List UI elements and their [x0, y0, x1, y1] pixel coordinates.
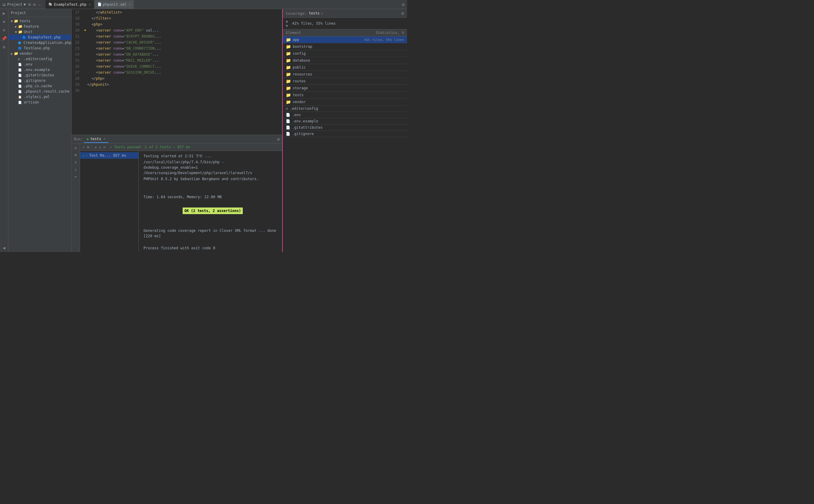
cov-row-env[interactable]: 📄 .env — [283, 112, 407, 118]
minus-icon[interactable]: — — [38, 2, 41, 7]
cov-label-vendor: vendor — [293, 100, 306, 104]
cov-stats-app: 41% files, 55% lines — [362, 38, 404, 42]
cov-row-app[interactable]: 📁 app 41% files, 55% lines — [283, 36, 407, 43]
run-check-icon: ✓ — [82, 153, 85, 158]
cov-row-storage-name: 📁 storage — [286, 86, 362, 91]
coverage-gear-icon[interactable]: ⚙ — [402, 11, 404, 16]
cov-row-editorconfig[interactable]: ⚙ .editorconfig — [283, 106, 407, 112]
ls-icon-settings[interactable]: ⚙ — [3, 45, 5, 49]
cov-row-config[interactable]: 📁 config — [283, 50, 407, 57]
cov-row-database[interactable]: 📁 database — [283, 57, 407, 64]
ls-icon-run[interactable]: ▶ — [3, 11, 5, 16]
bs-icon-4[interactable]: ↓ — [74, 167, 77, 172]
tree-item-styleci[interactable]: 📋 .styleci.yml — [8, 94, 71, 100]
tree-label-gitignore: .gitignore — [24, 78, 45, 83]
run-gear-icon[interactable]: ⚙ — [277, 137, 280, 142]
tree-item-unit[interactable]: ▼ 📁 Unit — [8, 29, 71, 35]
tree-item-phpcs[interactable]: 📄 .php_cs.cache — [8, 83, 71, 89]
coverage-table-header: Element Statistics, % — [283, 29, 407, 36]
cov-row-tests-name: 📁 tests — [286, 93, 362, 97]
tab-close-example[interactable]: ✕ — [89, 3, 91, 6]
bs-icon-2[interactable]: ⊘ — [74, 152, 77, 157]
tree-item-createsapp[interactable]: 🔷 CreatesApplication.php — [8, 40, 71, 45]
coverage-tab-close[interactable]: ✕ — [321, 12, 323, 15]
line-num-21: 21 — [72, 34, 83, 38]
coverage-nav-down[interactable]: ▼ — [286, 24, 288, 28]
toolbar-stop-icon[interactable]: ⊘ — [87, 145, 89, 149]
run-item-results[interactable]: ✓ ✓ Test Re... 857 ms — [80, 152, 138, 159]
editor-line-22: 22 <server name="CACHE_DRIVER"... — [72, 40, 282, 46]
tree-item-vendor[interactable]: ▶ 📁 vendor — [8, 51, 71, 56]
toolbar-sort-asc[interactable]: ↕ — [94, 145, 97, 149]
coverage-stats-bar: ▲ ▼ 41% files, 55% lines — [283, 18, 407, 29]
toolbar-more[interactable]: » — [103, 145, 106, 149]
tab-run-tests[interactable]: ▶ tests ✕ — [84, 136, 108, 143]
output-line-4 — [143, 182, 277, 188]
output-line-5 — [143, 188, 277, 194]
cov-row-tests[interactable]: 📁 tests — [283, 92, 407, 99]
toolbar-sort-desc[interactable]: ↓ — [99, 145, 101, 149]
cov-row-storage[interactable]: 📁 storage — [283, 85, 407, 92]
tree-item-editorconfig[interactable]: ⚙ .editorconfig — [8, 56, 71, 62]
output-line-3: PHPUnit 8.5.2 by Sebastian Bergmann and … — [143, 176, 277, 182]
cov-label-tests: tests — [293, 93, 304, 97]
cov-row-gitignore[interactable]: 📄 .gitignore — [283, 131, 407, 137]
run-item-label: Test Re... 857 ms — [89, 153, 126, 158]
tree-item-gitignore[interactable]: 📄 .gitignore — [8, 78, 71, 83]
cov-row-vendor-name: 📁 vendor — [286, 100, 362, 104]
tree-item-gitattributes[interactable]: 📄 .gitattributes — [8, 72, 71, 78]
run-label: Run: — [74, 137, 83, 141]
layout-icon[interactable]: ⊞ — [28, 2, 31, 7]
ls-icon-add[interactable]: ⊕ — [3, 19, 5, 24]
tree-item-testcase[interactable]: 🔵 TestCase.php — [8, 45, 71, 51]
tab-label-example: ExampleTest.php — [54, 2, 86, 7]
file-icon-styleci: 📋 — [18, 95, 23, 99]
project-title[interactable]: 🗂 Project ▼ — [2, 2, 26, 7]
cov-row-bootstrap[interactable]: 📁 bootstrap — [283, 43, 407, 50]
run-tree: ✓ ✓ Test Re... 857 ms — [80, 151, 139, 252]
tree-item-tests[interactable]: ▼ 📁 tests — [8, 18, 71, 24]
tree-label-exampletest: ExampleTest.php — [28, 35, 60, 39]
cov-row-env-example[interactable]: 📄 .env.example — [283, 118, 407, 124]
ls-icon-pin[interactable]: 📌 — [2, 36, 7, 41]
tree-item-env-example[interactable]: 📄 .env.example — [8, 67, 71, 72]
tree-label-editorconfig: .editorconfig — [24, 57, 52, 61]
ls-icon-remove[interactable]: ⊖ — [3, 28, 5, 32]
file-icon-exampletest: 🔵 — [22, 36, 27, 39]
line-content-22: <server name="CACHE_DRIVER"... — [87, 40, 161, 45]
line-content-24: <server name="DB_DATABASE"... — [87, 52, 159, 57]
tree-item-artisan[interactable]: 📄 artisan — [8, 100, 71, 105]
bs-icon-5[interactable]: » — [74, 174, 77, 179]
cov-row-routes[interactable]: 📁 routes — [283, 78, 407, 85]
tree-label-unit: Unit — [24, 30, 32, 34]
cov-row-routes-name: 📁 routes — [286, 79, 362, 84]
top-action-1[interactable]: ⚙ — [402, 2, 405, 7]
file-tree: ▼ 📁 tests ▶ 📁 Feature ▼ 📁 Unit — [8, 17, 71, 252]
editor-line-20: 20 ◆ <server name="APP_ENV" val... — [72, 28, 282, 34]
tree-item-exampletest[interactable]: 🔵 ExampleTest.php — [8, 35, 71, 40]
tree-item-env[interactable]: 📄 .env — [8, 62, 71, 67]
settings-icon[interactable]: ⚙ — [33, 2, 35, 7]
project-dropdown-icon[interactable]: ▼ — [24, 2, 26, 7]
cov-label-gitattributes: .gitattributes — [292, 125, 322, 130]
cov-row-resources[interactable]: 📁 resources — [283, 71, 407, 78]
bs-icon-3[interactable]: ↕ — [74, 160, 77, 164]
tree-item-phpunit-result[interactable]: 📄 .phpunit.result.cache — [8, 89, 71, 94]
ls-icon-back[interactable]: ◀ — [3, 245, 5, 250]
coverage-col-element: Element — [286, 31, 362, 35]
tab-example-test[interactable]: 🐘 ExampleTest.php ✕ — [45, 0, 94, 9]
tab-phpunit-xml[interactable]: 📄 phpunit.xml ✕ — [94, 0, 134, 9]
tab-close-xml[interactable]: ✕ — [129, 3, 131, 6]
cov-label-env: .env — [292, 113, 301, 117]
coverage-nav-up[interactable]: ▲ — [286, 19, 288, 23]
bottom-panel: Run: ▶ tests ✕ ⚙ ↺ ⊘ ↕ ↓ » — [72, 135, 282, 252]
line-content-21: <server name="BCRYPT_ROUNDS... — [87, 34, 161, 38]
coverage-tab-tests[interactable]: tests ✕ — [309, 11, 322, 15]
tree-item-feature[interactable]: ▶ 📁 Feature — [8, 24, 71, 29]
cov-row-gitattributes[interactable]: 📄 .gitattributes — [283, 124, 407, 131]
cov-row-vendor[interactable]: 📁 vendor — [283, 99, 407, 106]
file-icon-testcase: 🔵 — [18, 47, 23, 50]
bs-icon-1[interactable]: ↺ — [74, 145, 77, 150]
cov-row-public[interactable]: 📁 public — [283, 64, 407, 71]
run-tab-close[interactable]: ✕ — [103, 137, 105, 140]
